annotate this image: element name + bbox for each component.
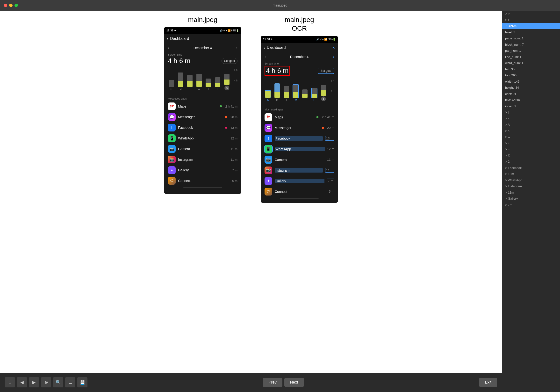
ocr-messenger-icon: 💬 [265,124,272,132]
search-button[interactable]: 🔍 [53,377,63,387]
ocr-nav-title: Dashboard [267,45,286,50]
ocr-panel-item[interactable]: > 11m [502,190,560,196]
ocr-panel-item[interactable]: word_num: 1 [502,60,560,66]
ocr-prev-date-arrow[interactable]: ‹ [265,55,266,59]
ocr-app-row-whatsapp: 📱 WhatsApp 12 m [261,144,338,154]
ocr-panel-item[interactable]: > Instagram [502,183,560,190]
ocr-gallery-icon: ✦ [265,177,272,185]
close-button[interactable] [4,4,7,7]
ocr-instagram-icon: 📸 [265,167,272,174]
ocr-panel-item[interactable]: ✓ 4h6m [502,23,560,29]
status-time: 15:38 ✦ [166,29,176,32]
messenger-indicator [225,116,227,118]
minimize-button[interactable] [9,4,13,7]
back-arrow[interactable]: ‹ [167,37,168,41]
instagram-icon: 📸 [168,156,176,163]
ocr-x-button[interactable]: ✕ [332,46,335,50]
ocr-panel-item[interactable]: > 2 [502,159,560,165]
ocr-whatsapp-name: WhatsApp [275,147,325,151]
next-date-arrow[interactable]: › [236,46,238,50]
ocr-panel-item[interactable]: block_num: 7 [502,41,560,48]
ocr-panel-item[interactable]: > © [502,152,560,159]
home-button[interactable]: ⌂ [5,377,15,387]
ocr-gallery-name: Gallery [275,179,324,183]
ocr-status-bar: 15:38 ✦ 🔊 ✳ ♦ 📶 68%🔋 [261,36,338,43]
ocr-panel-item[interactable]: > | [502,109,560,116]
next-page-button[interactable]: ▶ [29,377,39,387]
camera-icon: 📷 [168,145,176,153]
ocr-panel-item[interactable]: > > [502,17,560,23]
original-title: main.jpeg [188,15,217,24]
camera-time: 11 m [230,147,238,151]
ocr-bar-s: S [265,91,271,101]
connect-icon: © [168,177,176,185]
app-row-facebook: f Facebook 13 m [164,122,241,133]
ocr-panel-item[interactable]: > = [502,146,560,152]
exit-button[interactable]: Exit [479,378,497,387]
ocr-panel-item[interactable]: > 4 [502,116,560,122]
ocr-back-arrow[interactable]: ‹ [264,45,265,50]
ocr-panel-item[interactable]: width: 145 [502,79,560,85]
ocr-panel-item[interactable]: > w [502,134,560,140]
ocr-panel-item[interactable]: index: 2 [502,103,560,110]
ocr-panel-item[interactable]: top: 295 [502,72,560,79]
ocr-chart-4h: 4 h [331,90,334,93]
ocr-most-used-label: Most used apps [261,107,338,112]
chart: 8 h 4 h S M [164,67,241,96]
ocr-panel-item[interactable]: > Facebook [502,165,560,171]
prev-page-button[interactable]: ◀ [17,377,27,387]
ocr-panel-item[interactable]: left: 35 [502,66,560,72]
ocr-panel-item[interactable]: text: 4h6m [502,97,560,103]
messenger-name: Messenger [178,115,223,119]
ocr-panel-item[interactable]: > WhatsApp [502,177,560,183]
ocr-maps-icon: 🗺 [265,113,272,121]
ocr-panel-item[interactable]: > s [502,128,560,134]
ocr-bar-f: F [311,88,318,101]
prev-date-arrow[interactable]: ‹ [168,46,169,50]
ocr-panel-item[interactable]: > i [502,140,560,146]
ocr-panel-item[interactable]: line_num: 1 [502,54,560,60]
fit-button[interactable]: ⊕ [41,377,51,387]
app-row-maps: 🗺 Maps 2 h 41 m [164,101,241,112]
ocr-panel-item[interactable]: > 7m [502,202,560,208]
chart-8h-label: 8 h [234,69,238,71]
ocr-panel-item[interactable]: level: 5 [502,29,560,36]
list-button[interactable]: ☰ [65,377,75,387]
ocr-instagram-time: 11 m [325,168,334,172]
ocr-instagram-name: nstagram [275,168,323,172]
prev-button[interactable]: Prev [263,378,282,387]
ocr-app-row-camera: 📷 Camera 11 m [261,154,338,165]
ocr-panel-item[interactable]: > > [502,11,560,17]
save-button[interactable]: 💾 [77,377,88,387]
ocr-next-date-arrow[interactable]: › [333,55,334,59]
ocr-connect-time: 5 m [329,190,334,193]
bar-t1: T [187,75,193,90]
ocr-items: > >> >✓ 4h6m level: 5 page_num: 1 block_… [502,11,560,208]
maximize-button[interactable] [14,4,18,7]
bars-container: S M T [168,69,238,90]
ocr-camera-time: 11 m [327,158,334,161]
nav-title: Dashboard [170,37,189,41]
next-button[interactable]: Next [284,378,304,387]
ocr-panel-item[interactable]: conf: 91 [502,91,560,97]
ocr-panel-item[interactable]: height: 34 [502,85,560,91]
ocr-app-row-facebook: f Facebook 13 m [261,133,338,144]
ocr-panel-item[interactable]: page_num: 1 [502,35,560,41]
ocr-camera-name: Camera [275,158,325,162]
whatsapp-name: WhatsApp [178,136,228,140]
ocr-app-row-gallery: ✦ Gallery 7 m [261,176,338,186]
ocr-panel-item[interactable]: > Gallery [502,196,560,202]
content-area: main.jpeg 15:38 ✦ 🔊 ✳ ♦ 📶 68%🔋 ‹ Dashboa… [0,11,502,373]
date-bar: ‹ December 4 › [164,43,241,52]
ocr-gallery-time: 7 m [327,179,334,183]
ocr-bar-s2: S [320,85,327,101]
ocr-panel-item[interactable]: par_num: 1 [502,48,560,54]
set-goal-button[interactable]: Set goal [221,58,238,64]
gallery-name: Gallery [178,168,230,172]
ocr-date-text: December 4 [290,55,309,59]
bar-f: F [214,77,221,90]
ocr-panel-item[interactable]: > 13m [502,171,560,177]
bar-m: M [177,72,184,90]
ocr-set-goal-button[interactable]: Set goal [318,68,334,74]
ocr-panel-item[interactable]: > A [502,121,560,128]
